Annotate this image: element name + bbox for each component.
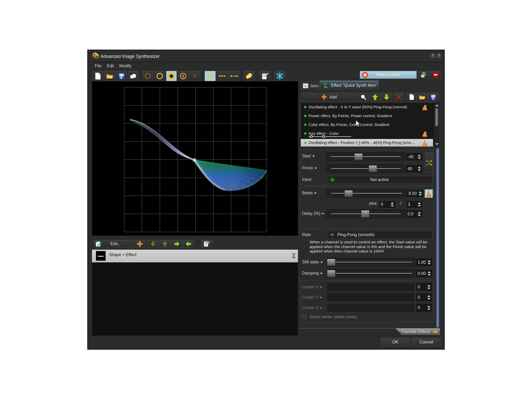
svg-text:S: S [182, 74, 184, 78]
